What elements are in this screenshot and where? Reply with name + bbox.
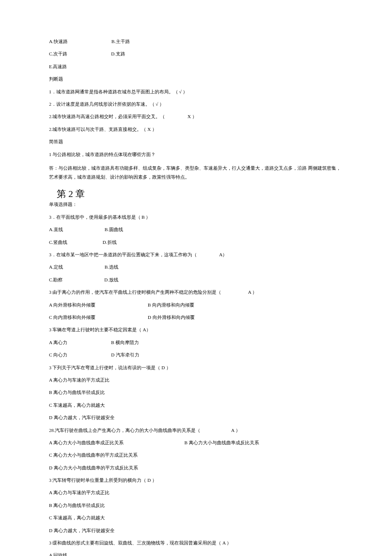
q8-a: A 离心力大小与曲线曲率成正比关系 xyxy=(49,440,124,446)
short-answer-a1: 答：与公路相比较，城市道路具有功能多样、组成复杂，车辆多、类型杂、车速差异大，行… xyxy=(49,164,343,182)
judge-item-4: 2.城市快速路可以与次干路、支路直接相交。（ X ） xyxy=(49,126,343,133)
q10-a: A 回旋线 xyxy=(49,552,343,556)
q4-text: 3．在城市某一地区中把一条道路的平面位置确定下来，这项工作称为（ A） xyxy=(49,252,343,258)
q7-a: A 离心力与车速的平方成正比 xyxy=(49,377,343,383)
q8-c: C 离心力大小与曲线曲率的平方成正比关系 xyxy=(49,452,343,458)
option-d: D.支路 xyxy=(111,51,125,57)
q3-c: C.竖曲线 xyxy=(49,239,67,246)
q7-text: 3 下列关于汽车在弯道上行使时，说法有误的一项是（ D ） xyxy=(49,365,343,371)
short-answer-q1: 1 与公路相比较，城市道路的特点体现在哪些方面？ xyxy=(49,151,343,158)
q4-stem: 3．在城市某一地区中把一条道路的平面位置确定下来，这项工作称为（ xyxy=(49,252,197,257)
option-row-e: E.高速路 xyxy=(49,64,343,70)
q6-row-ab: A 离心力 B 横向摩阻力 xyxy=(49,339,343,346)
q5-b: B 向内滑移和向内倾覆 xyxy=(148,302,194,308)
q7-d: D 离心力越大，汽车行驶越安全 xyxy=(49,414,343,421)
q8-text: 28.汽车行驶在曲线上会产生离心力，离心力的大小与曲线曲率的关系是（ A ） xyxy=(49,427,343,434)
document-page: A.快速路 B.主干路 C.次干路 D.支路 E.高速路 判断题 1．城市道路网… xyxy=(0,0,392,556)
q4-b: B.选线 xyxy=(104,264,118,270)
q8-stem: 28.汽车行驶在曲线上会产生离心力，离心力的大小与曲线曲率的关系是（ xyxy=(49,428,200,433)
q5-a: A 向外滑移和向外倾覆 xyxy=(49,302,95,308)
q3-text: 3．在平面线形中，使用最多的基本线形是（ B ） xyxy=(49,214,343,220)
option-e: E.高速路 xyxy=(49,64,67,70)
option-row-cd: C.次干路 D.支路 xyxy=(49,51,343,57)
q3-b: B.圆曲线 xyxy=(104,226,123,233)
q5-c: C 向内滑移和向外倾覆 xyxy=(49,314,95,321)
short-answer-header: 简答题 xyxy=(49,139,343,145)
q4-c: C.勘察 xyxy=(49,277,63,283)
q6-text: 3 车辆在弯道上行驶时的主要不稳定因素是（ A） xyxy=(49,327,343,333)
option-row-ab: A.快速路 B.主干路 xyxy=(49,38,343,45)
q5-row-ab: A 向外滑移和向外倾覆 B 向内滑移和向内倾覆 xyxy=(49,302,343,308)
q4-ans: A） xyxy=(219,252,227,257)
q9-b: B 离心力与曲线半径成反比 xyxy=(49,502,343,509)
q6-d: D 汽车牵引力 xyxy=(111,352,139,358)
q10-text: 3 缓和曲线的形式主要有回旋线、双曲线、三次抛物线等，现在我国普遍采用的是（ A… xyxy=(49,540,343,546)
q4-d: D.放线 xyxy=(104,277,118,283)
q3-row-ab: A.直线 B.圆曲线 xyxy=(49,226,343,233)
q3-a: A.直线 xyxy=(49,226,63,233)
q3-d: D.折线 xyxy=(103,239,117,246)
q4-row-cd: C.勘察 D.放线 xyxy=(49,277,343,283)
q5-ans: A ） xyxy=(248,290,257,295)
q9-a: A 离心力与车速的平方成正比 xyxy=(49,489,343,496)
q9-d: D 离心力越大，汽车行驶越安全 xyxy=(49,527,343,534)
q4-a: A.定线 xyxy=(49,264,63,270)
q6-c: C 向心力 xyxy=(49,352,67,358)
option-b: B.主干路 xyxy=(111,38,130,45)
option-a: A.快速路 xyxy=(49,38,68,45)
judge-item-3-ans: X ） xyxy=(187,114,197,119)
q3-row-cd: C.竖曲线 D.折线 xyxy=(49,239,343,246)
q6-row-cd: C 向心力 D 汽车牵引力 xyxy=(49,352,343,358)
q6-b: B 横向摩阻力 xyxy=(111,339,139,346)
q4-row-ab: A.定线 B.选线 xyxy=(49,264,343,270)
q5-row-cd: C 向内滑移和向外倾覆 D 向外滑移和向内倾覆 xyxy=(49,314,343,321)
q8-b: B 离心力大小与曲线曲率成反比关系 xyxy=(184,440,259,446)
q5-d: D 向外滑移和向内倾覆 xyxy=(148,314,195,321)
q9-c: C 车速越高，离心力就越大 xyxy=(49,515,343,521)
q5-stem: 3 由于离心力的作用，使汽车在平曲线上行使时横向产生两种不稳定的危险分别是（ xyxy=(49,290,221,295)
mc-header: 单项选择题： xyxy=(49,201,343,208)
q8-ans: A ） xyxy=(231,428,240,433)
option-c: C.次干路 xyxy=(49,51,67,57)
q7-c: C 车速越高，离心力就越大 xyxy=(49,402,343,408)
judge-item-2: 2．设计速度是道路几何线形设计所依据的车速。（ √ ） xyxy=(49,101,343,107)
judge-header: 判断题 xyxy=(49,76,343,82)
q9-text: 3 汽车转弯行驶时单位重量上所受到的横向力（ D ） xyxy=(49,477,343,484)
judge-item-3: 2.城市快速路与高速公路相交时，必须采用平面交叉。（ X ） xyxy=(49,113,343,120)
q8-d: D 离心力大小与曲线曲率的平方成反比关系 xyxy=(49,465,343,471)
chapter-2-title: 第 2 章 xyxy=(57,188,343,201)
judge-item-1: 1．城市道路网通常是指各种道路在城市总平面图上的布局。（ √ ） xyxy=(49,89,343,95)
q5-text: 3 由于离心力的作用，使汽车在平曲线上行使时横向产生两种不稳定的危险分别是（ A… xyxy=(49,289,343,295)
q8-row-ab: A 离心力大小与曲线曲率成正比关系 B 离心力大小与曲线曲率成反比关系 xyxy=(49,440,343,446)
judge-item-3-text: 2.城市快速路与高速公路相交时，必须采用平面交叉。（ xyxy=(49,114,165,119)
q7-b: B 离心力与曲线半径成反比 xyxy=(49,389,343,396)
q6-a: A 离心力 xyxy=(49,339,67,346)
